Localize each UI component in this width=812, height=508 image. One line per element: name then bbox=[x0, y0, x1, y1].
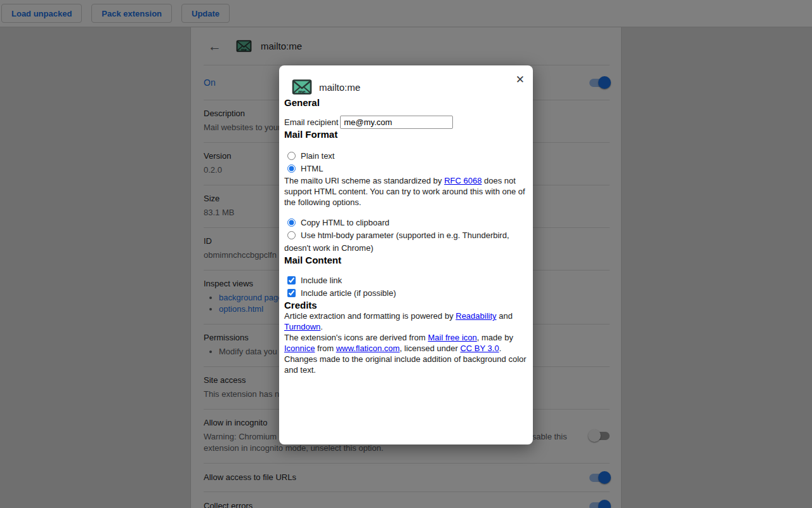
mail-format-heading: Mail Format bbox=[284, 129, 529, 140]
credits-text: , licensed under bbox=[400, 344, 460, 353]
include-link-option: Include link bbox=[284, 274, 529, 287]
email-recipient-label: Email recipient bbox=[284, 117, 338, 128]
plain-text-radio-label[interactable]: Plain text bbox=[284, 151, 334, 161]
credits-text: Article extraction and formatting is pow… bbox=[284, 311, 455, 321]
html-radio-label[interactable]: HTML bbox=[284, 164, 323, 173]
copy-html-radio[interactable] bbox=[287, 218, 296, 227]
email-recipient-input[interactable] bbox=[340, 116, 453, 129]
turndown-link[interactable]: Turndown bbox=[284, 322, 320, 331]
copy-html-radio-label[interactable]: Copy HTML to clipboard bbox=[284, 218, 390, 227]
mail-format-options: Plain text HTML bbox=[284, 150, 529, 175]
mailto-me-icon: me bbox=[292, 77, 312, 97]
credits-paragraph-2: The extension's icons are derived from M… bbox=[284, 332, 529, 375]
mail-content-options: Include link Include article (if possibl… bbox=[284, 274, 529, 300]
mail-content-heading: Mail Content bbox=[284, 255, 529, 265]
html-body-radio-label[interactable]: Use html-body parameter (supported in e.… bbox=[284, 231, 509, 253]
include-article-option: Include article (if possible) bbox=[284, 287, 529, 300]
dialog-title: mailto:me bbox=[319, 82, 360, 93]
mail-free-icon-link[interactable]: Mail free icon bbox=[428, 333, 476, 342]
include-link-text: Include link bbox=[301, 276, 342, 285]
html-option: HTML bbox=[284, 163, 529, 175]
include-article-checkbox[interactable] bbox=[287, 289, 296, 297]
credits-text: and bbox=[497, 311, 513, 321]
dialog-body: General Email recipient Mail Format Plai… bbox=[279, 97, 533, 383]
html-radio[interactable] bbox=[287, 164, 296, 173]
html-workaround-options: Copy HTML to clipboard Use html-body par… bbox=[284, 217, 529, 255]
cc-by-link[interactable]: CC BY 3.0 bbox=[460, 344, 499, 353]
general-heading: General bbox=[284, 97, 529, 108]
credits-heading: Credits bbox=[284, 300, 529, 311]
html-body-option: Use html-body parameter (supported in e.… bbox=[284, 229, 529, 255]
mailto-uri-note: The mailto URI scheme as standardized by… bbox=[284, 175, 529, 208]
credits-text: , made by bbox=[477, 333, 513, 342]
copy-html-text: Copy HTML to clipboard bbox=[301, 218, 390, 227]
plain-text-radio[interactable] bbox=[287, 152, 296, 160]
credits-text: The extension's icons are derived from bbox=[284, 333, 428, 342]
credits-text: . bbox=[320, 322, 323, 331]
include-article-checkbox-label[interactable]: Include article (if possible) bbox=[284, 288, 396, 298]
copy-html-option: Copy HTML to clipboard bbox=[284, 217, 529, 229]
extension-options-dialog: ✕ me mailto:me General Email recipient M… bbox=[279, 65, 533, 444]
dialog-header: me mailto:me bbox=[279, 65, 533, 97]
html-text: HTML bbox=[301, 164, 323, 173]
iconnice-link[interactable]: Iconnice bbox=[284, 344, 315, 353]
svg-text:me: me bbox=[298, 89, 306, 95]
include-link-checkbox[interactable] bbox=[287, 276, 296, 284]
include-link-checkbox-label[interactable]: Include link bbox=[284, 276, 342, 285]
credits-paragraph-1: Article extraction and formatting is pow… bbox=[284, 311, 529, 332]
close-icon[interactable]: ✕ bbox=[516, 74, 525, 85]
flaticon-link[interactable]: www.flaticon.com bbox=[336, 344, 400, 353]
include-article-text: Include article (if possible) bbox=[301, 288, 396, 298]
email-recipient-row: Email recipient bbox=[284, 116, 529, 129]
readability-link[interactable]: Readability bbox=[455, 311, 496, 321]
plain-text-option: Plain text bbox=[284, 150, 529, 163]
rfc-6068-link[interactable]: RFC 6068 bbox=[444, 176, 481, 185]
html-body-radio[interactable] bbox=[287, 231, 296, 239]
html-body-text: Use html-body parameter (supported in e.… bbox=[284, 231, 509, 253]
plain-text-text: Plain text bbox=[301, 151, 334, 161]
note-text: The mailto URI scheme as standardized by bbox=[284, 176, 444, 185]
credits-text: from bbox=[315, 344, 336, 353]
